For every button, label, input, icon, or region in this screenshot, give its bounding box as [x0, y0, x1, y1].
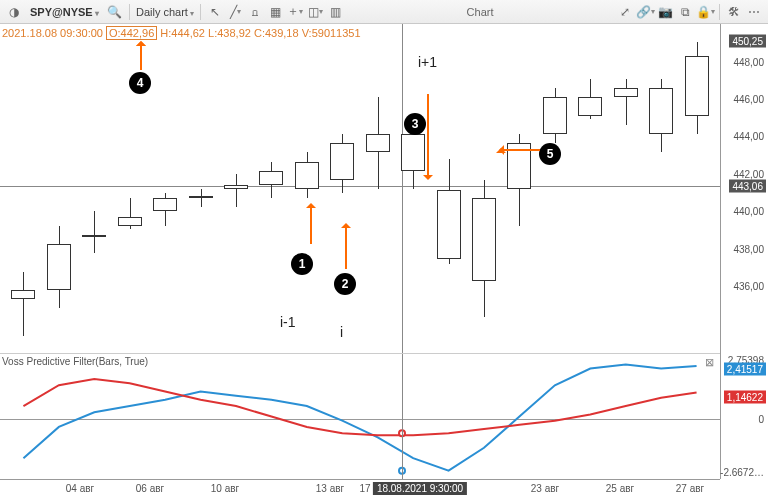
y-tick: 438,00	[733, 244, 764, 255]
ohlc-timestamp: 2021.18.08 09:30:00	[2, 27, 103, 39]
indicator-pane[interactable]: Voss Predictive Filter(Bars, True) ⊠	[0, 354, 720, 479]
ohlc-close: C:439,18	[254, 27, 299, 39]
candle[interactable]	[47, 244, 71, 290]
annotation-text: i-1	[280, 314, 296, 330]
annotation-arrow	[500, 149, 540, 151]
indicator-icon[interactable]: ⩍	[247, 4, 263, 20]
y-tick: 442,00	[733, 169, 764, 180]
layers-icon[interactable]: ▦	[267, 4, 283, 20]
candle[interactable]	[224, 185, 248, 189]
last-price-label: 450,25	[729, 35, 766, 48]
indic-blue-value: 2,41517	[724, 363, 766, 376]
candle[interactable]	[472, 198, 496, 281]
candle[interactable]	[578, 97, 602, 115]
x-tick: 04 авг	[66, 483, 94, 494]
candle[interactable]	[401, 134, 425, 171]
annotation-4: 4	[129, 72, 151, 94]
x-tick: 06 авг	[136, 483, 164, 494]
chart-title: Chart	[347, 6, 613, 18]
crosshair-horizontal	[0, 186, 720, 187]
search-icon[interactable]: 🔍	[107, 4, 123, 20]
candle[interactable]	[11, 290, 35, 299]
y-tick: 444,00	[733, 131, 764, 142]
add-icon[interactable]: ＋	[287, 4, 303, 20]
candle[interactable]	[437, 190, 461, 259]
annotation-arrow	[427, 94, 429, 179]
ohlc-volume: V:59011351	[302, 27, 361, 39]
crosshair-vertical	[402, 24, 403, 353]
draw-line-icon[interactable]: ╱	[227, 4, 243, 20]
crosshair-vertical-indic	[402, 354, 403, 479]
camera-icon[interactable]: 📷	[657, 4, 673, 20]
more-icon[interactable]: ⋯	[746, 4, 762, 20]
annotation-arrow	[310, 204, 312, 244]
x-axis[interactable]: 04 авг 06 авг 10 авг 13 авг 17 18.08.202…	[0, 479, 720, 501]
cursor-icon[interactable]: ↖	[207, 4, 223, 20]
x-tick: 10 авг	[211, 483, 239, 494]
window-icon[interactable]: ◫	[307, 4, 323, 20]
annotation-arrow	[345, 224, 347, 269]
candle[interactable]	[259, 171, 283, 186]
grid-icon[interactable]: ▥	[327, 4, 343, 20]
app-logo-icon: ◑	[6, 4, 22, 20]
candle[interactable]	[189, 196, 213, 198]
indic-red-value: 1,14622	[724, 391, 766, 404]
y-tick: 436,00	[733, 281, 764, 292]
candle[interactable]	[614, 88, 638, 97]
y-tick: 448,00	[733, 57, 764, 68]
candle[interactable]	[330, 143, 354, 180]
chart-area[interactable]: 1i-12i3i+15 Voss Predictive Filter(Bars,…	[0, 24, 720, 479]
annotation-text: i	[340, 324, 343, 340]
candle[interactable]	[295, 162, 319, 190]
candle[interactable]	[153, 198, 177, 211]
candle[interactable]	[82, 235, 106, 237]
annotation-arrow	[140, 42, 142, 70]
ohlc-open: O:442,96	[106, 26, 157, 40]
x-tick: 13 авг	[316, 483, 344, 494]
price-pane[interactable]: 1i-12i3i+15	[0, 24, 720, 354]
annotation-1: 1	[291, 253, 313, 275]
candle[interactable]	[685, 56, 709, 116]
candle[interactable]	[366, 134, 390, 152]
ohlc-readout: 2021.18.08 09:30:00 O:442,96 H:444,62 L:…	[2, 27, 361, 39]
annotation-3: 3	[404, 113, 426, 135]
toolbar: ◑ SPY@NYSE 🔍 Daily chart ↖ ╱ ⩍ ▦ ＋ ◫ ▥ C…	[0, 0, 768, 24]
y-tick: 446,00	[733, 94, 764, 105]
y-axis[interactable]: 450,25 448,00 446,00 444,00 442,00 443,0…	[720, 24, 768, 479]
annotation-text: i+1	[418, 54, 437, 70]
link-icon[interactable]: 🔗	[637, 4, 653, 20]
annotation-5: 5	[539, 143, 561, 165]
copy-icon[interactable]: ⧉	[677, 4, 693, 20]
settings-icon[interactable]: 🛠	[726, 4, 742, 20]
x-tick: 23 авг	[531, 483, 559, 494]
y-tick: 440,00	[733, 206, 764, 217]
expand-icon[interactable]: ⤢	[617, 4, 633, 20]
symbol-selector[interactable]: SPY@NYSE	[30, 6, 99, 18]
candle[interactable]	[649, 88, 673, 134]
x-tick: 27 авг	[676, 483, 704, 494]
x-tick: 25 авг	[606, 483, 634, 494]
indic-y-tick: -2.6672…	[720, 467, 764, 478]
candle[interactable]	[118, 217, 142, 226]
x-tick: 17	[359, 483, 370, 494]
crosshair-price-label: 443,06	[729, 180, 766, 193]
ohlc-low: L:438,92	[208, 27, 251, 39]
crosshair-date-label: 18.08.2021 9:30:00	[373, 482, 467, 495]
timeframe-selector[interactable]: Daily chart	[136, 6, 194, 18]
annotation-2: 2	[334, 273, 356, 295]
ohlc-high: H:444,62	[160, 27, 205, 39]
lock-icon[interactable]: 🔒	[697, 4, 713, 20]
indicator-lines	[0, 354, 720, 479]
candle[interactable]	[543, 97, 567, 134]
